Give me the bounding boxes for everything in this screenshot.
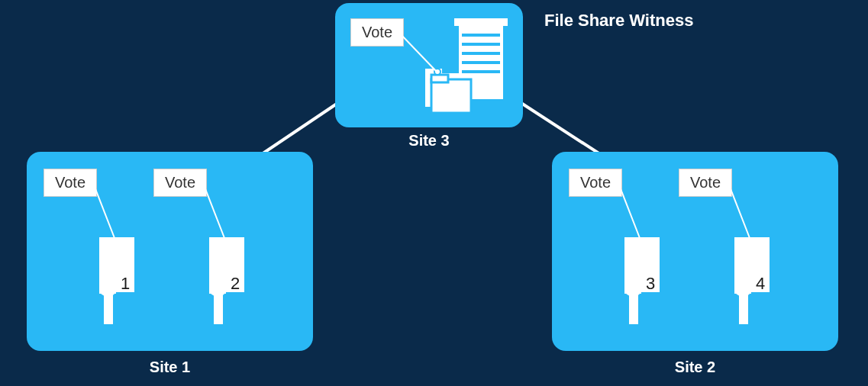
- svg-rect-17: [431, 75, 448, 82]
- vote-tag-node1: Vote: [44, 169, 97, 197]
- svg-point-22: [114, 237, 120, 243]
- svg-rect-28: [624, 256, 641, 294]
- server-node-2: 2: [191, 234, 250, 326]
- svg-rect-8: [454, 18, 508, 26]
- svg-point-26: [224, 237, 230, 243]
- vote-tag-site3: Vote: [350, 18, 404, 47]
- server-node-4: 4: [716, 234, 776, 326]
- svg-rect-20: [99, 256, 116, 294]
- svg-rect-32: [734, 256, 751, 294]
- diagram-canvas: { "title": "File Share Witness", "sites"…: [0, 0, 868, 386]
- svg-point-30: [639, 237, 645, 243]
- server-number: 1: [121, 274, 130, 294]
- svg-point-34: [749, 237, 755, 243]
- server-number: 2: [231, 274, 240, 294]
- vote-tag-node4: Vote: [679, 169, 732, 197]
- witness-title: File Share Witness: [544, 11, 693, 31]
- site-1-label: Site 1: [27, 359, 313, 376]
- server-number: 3: [646, 274, 655, 294]
- server-node-1: 1: [81, 234, 140, 326]
- server-number: 4: [756, 274, 765, 294]
- site-3-label: Site 3: [335, 132, 523, 150]
- server-node-3: 3: [606, 234, 666, 326]
- site-2-label: Site 2: [552, 359, 838, 376]
- svg-point-18: [434, 69, 440, 75]
- vote-tag-node3: Vote: [569, 169, 622, 197]
- vote-tag-node2: Vote: [153, 169, 207, 197]
- svg-rect-24: [209, 256, 226, 294]
- svg-rect-16: [431, 79, 471, 113]
- file-share-witness-icon: [424, 18, 508, 116]
